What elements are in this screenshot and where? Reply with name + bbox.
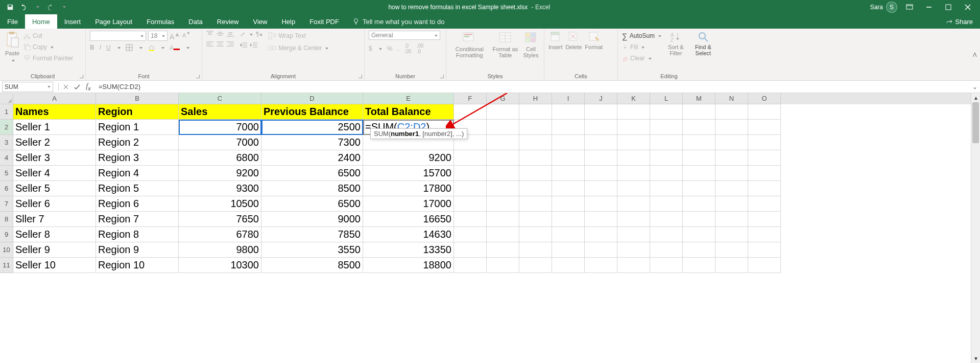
cell[interactable] [585, 166, 617, 181]
cell[interactable] [454, 212, 487, 227]
minimize-icon[interactable] [922, 2, 936, 12]
align-bottom-icon[interactable] [227, 31, 234, 37]
cell-total-balance[interactable]: 16650 [363, 212, 454, 227]
cell[interactable] [683, 196, 715, 212]
cell-previous-balance[interactable]: 2400 [261, 150, 363, 166]
column-header[interactable]: I [552, 93, 585, 104]
format-as-table-button[interactable]: Format as Table [492, 31, 519, 58]
cell[interactable] [585, 120, 617, 135]
borders-button[interactable] [126, 44, 133, 51]
row-header[interactable]: 4 [0, 150, 13, 166]
format-painter-button[interactable]: Format Painter [23, 53, 73, 63]
close-icon[interactable] [961, 2, 975, 12]
dialog-launcher-icon[interactable] [357, 73, 363, 79]
cell-region[interactable]: Region 3 [96, 150, 179, 166]
tab-insert[interactable]: Insert [57, 14, 88, 29]
comma-format-button[interactable]: , [397, 45, 399, 52]
cell[interactable] [487, 135, 519, 150]
fx-icon[interactable]: fx [84, 83, 92, 91]
scroll-up-icon[interactable]: ▴ [971, 93, 980, 102]
header-cell[interactable]: Names [13, 104, 96, 120]
cell[interactable] [617, 212, 650, 227]
cell[interactable] [617, 196, 650, 212]
expand-formula-bar-icon[interactable]: ⌄ [970, 83, 980, 90]
cell[interactable] [487, 227, 519, 242]
tab-help[interactable]: Help [274, 14, 302, 29]
cell[interactable] [683, 135, 715, 150]
cell[interactable] [552, 135, 585, 150]
tab-view[interactable]: View [246, 14, 274, 29]
cut-button[interactable]: Cut [23, 31, 73, 41]
increase-decimal-button[interactable]: .0.00 [404, 43, 412, 54]
cell[interactable] [454, 258, 487, 273]
italic-button[interactable]: I [100, 44, 101, 51]
fill-color-dropdown-icon[interactable] [160, 44, 164, 51]
cell[interactable] [683, 181, 715, 196]
cell[interactable] [585, 181, 617, 196]
cell-name[interactable]: Seller 5 [13, 181, 96, 196]
font-color-button[interactable]: A [170, 44, 180, 52]
collapse-ribbon-icon[interactable]: ᐱ [973, 51, 977, 58]
ltr-button[interactable]: ¶◂ [256, 31, 262, 38]
orientation-dropdown-icon[interactable] [248, 31, 253, 38]
cell[interactable] [715, 212, 748, 227]
cell-total-balance[interactable]: 18800 [363, 258, 454, 273]
tell-me-search[interactable]: Tell me what you want to do [346, 18, 450, 26]
accounting-dropdown-icon[interactable] [377, 45, 382, 52]
cell[interactable] [617, 150, 650, 166]
cell[interactable] [454, 242, 487, 258]
formula-bar-input[interactable]: =SUM(C2:D2) [95, 83, 970, 90]
scrollbar-track[interactable] [971, 102, 980, 354]
column-header[interactable]: A [13, 93, 96, 104]
header-cell[interactable]: Sales [179, 104, 261, 120]
row-header[interactable]: 10 [0, 242, 13, 258]
cell[interactable] [683, 150, 715, 166]
cell-sales[interactable]: 7000 [179, 135, 261, 150]
row-header[interactable]: 3 [0, 135, 13, 150]
cell-name[interactable]: Seller 9 [13, 242, 96, 258]
decrease-indent-icon[interactable] [240, 42, 247, 48]
cell-sales[interactable]: 10300 [179, 258, 261, 273]
tab-foxit-pdf[interactable]: Foxit PDF [302, 14, 346, 29]
cell[interactable] [715, 227, 748, 242]
borders-dropdown-icon[interactable] [138, 44, 142, 51]
cell[interactable] [650, 181, 683, 196]
cell[interactable] [585, 196, 617, 212]
align-right-icon[interactable] [227, 41, 234, 47]
merge-dropdown-icon[interactable] [324, 44, 328, 52]
cell[interactable] [748, 135, 781, 150]
cell[interactable] [683, 258, 715, 273]
cell[interactable] [650, 227, 683, 242]
cell-previous-balance[interactable]: 8500 [261, 181, 363, 196]
accounting-format-button[interactable]: $ [369, 45, 372, 52]
cell-region[interactable]: Region 1 [96, 120, 179, 135]
save-icon[interactable] [5, 2, 15, 12]
cell[interactable] [748, 196, 781, 212]
cell[interactable] [715, 196, 748, 212]
cell-previous-balance[interactable]: 2500 [261, 120, 363, 135]
cell[interactable] [683, 120, 715, 135]
bold-button[interactable]: B [90, 44, 94, 51]
cell[interactable] [683, 242, 715, 258]
clear-dropdown-icon[interactable] [647, 55, 652, 62]
cell-total-balance[interactable]: 13350 [363, 242, 454, 258]
column-header[interactable]: D [261, 93, 363, 104]
redo-icon[interactable] [45, 2, 55, 12]
cell[interactable] [683, 104, 715, 120]
cell-name[interactable]: Seller 8 [13, 227, 96, 242]
cell[interactable] [617, 258, 650, 273]
cell-total-balance[interactable]: 17800 [363, 181, 454, 196]
tab-data[interactable]: Data [181, 14, 209, 29]
cell[interactable] [454, 196, 487, 212]
insert-cells-button[interactable]: Insert [548, 31, 563, 50]
cell[interactable] [748, 212, 781, 227]
column-header[interactable]: J [585, 93, 617, 104]
clear-button[interactable]: Clear [622, 53, 661, 63]
cell[interactable] [715, 166, 748, 181]
cell[interactable] [487, 120, 519, 135]
cell-name[interactable]: Sller 7 [13, 212, 96, 227]
cell[interactable] [650, 104, 683, 120]
cell[interactable] [585, 242, 617, 258]
tab-file[interactable]: File [0, 14, 25, 29]
cell[interactable] [519, 258, 552, 273]
